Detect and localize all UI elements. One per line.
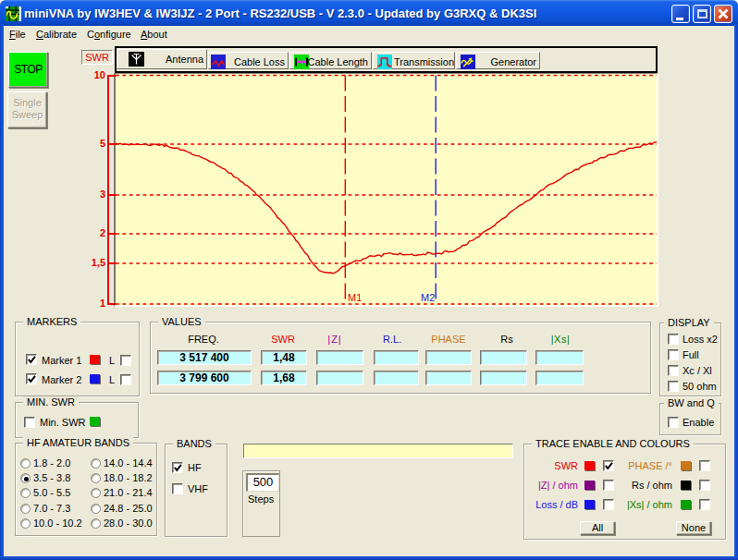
svg-text:M2: M2 — [421, 292, 435, 303]
svg-text:M1: M1 — [348, 292, 362, 303]
